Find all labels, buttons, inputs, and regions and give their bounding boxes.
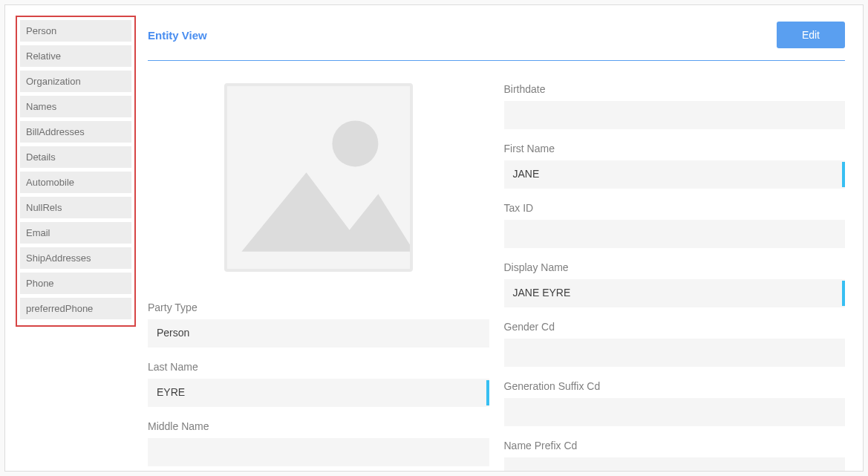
sidebar-item-person[interactable]: Person — [20, 20, 131, 42]
edit-button[interactable]: Edit — [777, 22, 845, 48]
form-columns: Party Type Person Last Name EYRE Middle … — [148, 83, 845, 472]
sidebar-item-details[interactable]: Details — [20, 146, 131, 168]
main-panel: Entity View Edit Party Type — [148, 22, 845, 471]
sidebar-item-label: ShipAddresses — [26, 252, 91, 264]
image-placeholder-icon — [224, 83, 413, 272]
field-label: Middle Name — [148, 420, 489, 432]
sidebar-item-label: Relative — [26, 50, 61, 62]
field-label: Gender Cd — [504, 321, 846, 333]
sidebar-item-label: Automobile — [26, 177, 74, 188]
sidebar-item-names[interactable]: Names — [20, 96, 131, 117]
field-last-name: Last Name EYRE — [148, 361, 489, 407]
sidebar-item-organization[interactable]: Organization — [20, 71, 131, 92]
sidebar-item-label: Organization — [26, 76, 81, 87]
field-label: Party Type — [148, 301, 489, 313]
sidebar-item-label: Phone — [26, 278, 54, 289]
sidebar-item-label: Email — [26, 227, 50, 238]
header-bar: Entity View Edit — [148, 22, 845, 61]
field-display-name: Display Name JANE EYRE — [504, 261, 846, 307]
sidebar-item-label: NullRels — [26, 202, 62, 213]
sidebar-item-label: BillAddresses — [26, 126, 85, 137]
sidebar-item-label: Person — [26, 25, 56, 36]
placeholder-svg — [227, 86, 410, 269]
sidebar-item-label: Names — [26, 101, 56, 112]
field-value — [504, 457, 846, 472]
sidebar: Person Relative Organization Names BillA… — [16, 16, 136, 327]
sidebar-item-phone[interactable]: Phone — [20, 273, 131, 294]
field-party-type: Party Type Person — [148, 301, 489, 348]
field-label: Display Name — [504, 261, 846, 273]
sidebar-item-relative[interactable]: Relative — [20, 45, 131, 67]
sidebar-item-automobile[interactable]: Automobile — [20, 172, 131, 193]
field-generation-suffix-cd: Generation Suffix Cd — [504, 380, 846, 426]
field-tax-id: Tax ID — [504, 202, 846, 248]
field-value: JANE EYRE — [504, 279, 846, 307]
app-frame: Person Relative Organization Names BillA… — [4, 4, 864, 472]
field-value: Person — [148, 319, 489, 348]
field-value: EYRE — [148, 379, 489, 407]
field-label: Last Name — [148, 361, 489, 373]
left-column: Party Type Person Last Name EYRE Middle … — [148, 83, 489, 472]
svg-point-1 — [332, 120, 378, 166]
field-label: First Name — [504, 143, 846, 154]
sidebar-item-nullrels[interactable]: NullRels — [20, 197, 131, 218]
field-name-prefix-cd: Name Prefix Cd — [504, 440, 846, 472]
field-value — [148, 438, 489, 466]
field-birthdate: Birthdate — [504, 83, 846, 129]
field-value: JANE — [504, 160, 846, 189]
sidebar-item-label: preferredPhone — [26, 303, 93, 314]
sidebar-item-shipaddresses[interactable]: ShipAddresses — [20, 247, 131, 269]
sidebar-item-label: Details — [26, 151, 56, 163]
image-container — [148, 83, 489, 301]
field-first-name: First Name JANE — [504, 143, 846, 189]
field-middle-name: Middle Name — [148, 420, 489, 466]
field-label: Generation Suffix Cd — [504, 380, 846, 392]
page-title: Entity View — [148, 29, 207, 42]
sidebar-item-email[interactable]: Email — [20, 222, 131, 244]
field-value — [504, 220, 846, 248]
field-value — [504, 339, 846, 367]
field-value — [504, 101, 846, 129]
field-label: Birthdate — [504, 83, 846, 95]
field-value — [504, 398, 846, 426]
right-column: Birthdate First Name JANE Tax ID Display… — [504, 83, 846, 472]
field-label: Name Prefix Cd — [504, 440, 846, 451]
field-label: Tax ID — [504, 202, 846, 214]
field-gender-cd: Gender Cd — [504, 321, 846, 367]
sidebar-item-preferredphone[interactable]: preferredPhone — [20, 298, 131, 319]
sidebar-item-billaddresses[interactable]: BillAddresses — [20, 121, 131, 143]
